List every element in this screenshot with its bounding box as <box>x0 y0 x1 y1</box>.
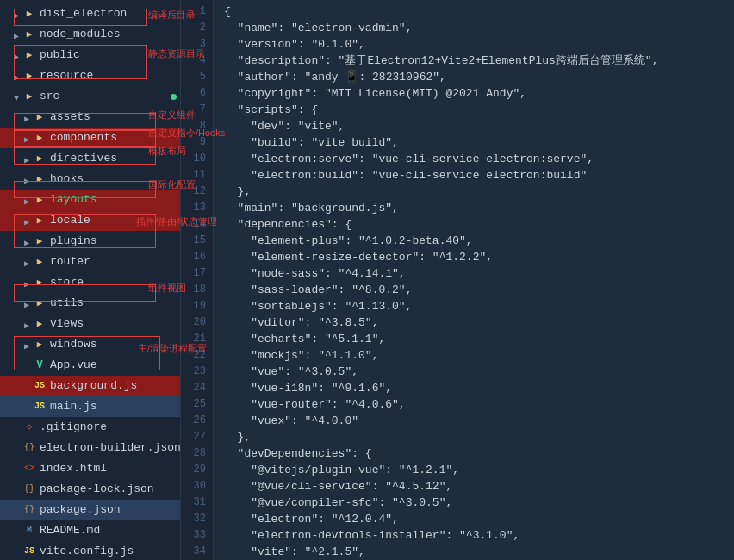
item-label: utils <box>50 295 177 312</box>
code-line-23: "vue": "^3.0.5", <box>224 364 734 380</box>
code-line-15: "element-plus": "^1.0.2-beta.40", <box>224 233 734 249</box>
sidebar-item-router[interactable]: ▶router <box>0 252 180 272</box>
sidebar-item-vite.config.js[interactable]: JSvite.config.js <box>0 541 180 560</box>
code-line-10: "electron:serve": "vue-cli-service elect… <box>224 151 734 167</box>
code-line-25: "vue-router": "^4.0.6", <box>224 396 734 413</box>
item-label: node_modules <box>40 26 177 43</box>
item-label: resource <box>40 67 177 84</box>
code-line-13: "main": "background.js", <box>224 200 734 216</box>
folder-icon: ▶ <box>22 48 36 62</box>
arrow-icon <box>21 277 33 289</box>
md-icon: M <box>22 524 36 538</box>
folder-icon: ▶ <box>33 255 47 269</box>
folder-icon: ▶ <box>33 131 47 145</box>
folder-icon: ▶ <box>22 7 36 21</box>
code-line-28: "devDependencies": { <box>224 445 734 462</box>
item-label: directives <box>50 150 177 167</box>
code-line-21: "echarts": "^5.1.1", <box>224 331 734 347</box>
js-icon: JS <box>33 400 47 414</box>
item-label: dist_electron <box>40 5 177 22</box>
item-label: views <box>50 315 177 333</box>
sidebar-item-windows[interactable]: ▶windows <box>0 334 180 355</box>
arrow-icon <box>10 70 22 82</box>
code-line-32: "electron": "^12.0.4", <box>224 511 734 527</box>
sidebar-item-components[interactable]: ▶components <box>0 128 180 148</box>
js-icon: JS <box>22 544 36 558</box>
item-label: hooks <box>50 171 177 188</box>
folder-icon: ▶ <box>33 296 47 310</box>
arrow-icon <box>10 504 22 516</box>
vue-icon: V <box>33 358 47 372</box>
editor[interactable]: 1234567891011121314151617181920212223242… <box>181 0 734 560</box>
sidebar-item-node_modules[interactable]: ▶node_modules <box>0 24 180 45</box>
sidebar-item-App.vue[interactable]: VApp.vue <box>0 355 180 376</box>
item-label: background.js <box>50 377 177 395</box>
code-line-12: }, <box>224 184 734 200</box>
sidebar-item-index.html[interactable]: <>index.html <box>0 458 180 479</box>
folder-icon: ▶ <box>33 172 47 186</box>
item-label: package-lock.json <box>40 481 177 498</box>
item-label: electron-builder.json <box>40 439 181 457</box>
sidebar-item-locale[interactable]: ▶locale <box>0 210 180 231</box>
code-line-22: "mockjs": "^1.1.0", <box>224 347 734 364</box>
js-icon: JS <box>33 379 47 393</box>
code-line-20: "vditor": "^3.8.5", <box>224 314 734 331</box>
folder-icon: ▶ <box>22 69 36 83</box>
sidebar-item-src[interactable]: ▶src <box>0 86 180 107</box>
code-line-30: "@vue/cli-service": "^4.5.12", <box>224 478 734 495</box>
sidebar-item-assets[interactable]: ▶assets <box>0 107 180 128</box>
sidebar-item-utils[interactable]: ▶utils <box>0 293 180 314</box>
item-label: components <box>50 129 177 146</box>
code-line-14: "dependencies": { <box>224 216 734 233</box>
code-line-29: "@vitejs/plugin-vue": "^1.2.1", <box>224 462 734 478</box>
arrow-icon <box>21 256 33 268</box>
sidebar-item-resource[interactable]: ▶resource <box>0 65 180 86</box>
item-label: App.vue <box>50 357 177 374</box>
arrow-icon <box>21 173 33 185</box>
folder-icon: ▶ <box>33 338 47 352</box>
code-line-26: "vuex": "^4.0.0" <box>224 413 734 429</box>
item-label: assets <box>50 109 177 126</box>
sidebar-item-package.json[interactable]: {}package.json <box>0 500 180 520</box>
sidebar-item-gitignore[interactable]: ◇.gitignore <box>0 417 180 438</box>
item-label: plugins <box>50 233 177 250</box>
sidebar-item-public[interactable]: ▶public <box>0 45 180 65</box>
item-label: locale <box>50 212 177 229</box>
sidebar-item-main.js[interactable]: JSmain.js <box>0 396 180 417</box>
arrow-icon <box>21 194 33 206</box>
sidebar-item-package-lock.json[interactable]: {}package-lock.json <box>0 479 180 500</box>
arrow-icon <box>21 380 33 392</box>
folder-icon: ▶ <box>33 276 47 289</box>
item-label: main.js <box>50 398 177 415</box>
code-line-11: "electron:build": "vue-cli-service elect… <box>224 167 734 184</box>
sidebar-item-plugins[interactable]: ▶plugins <box>0 231 180 252</box>
folder-icon: ▶ <box>22 90 36 103</box>
folder-icon: ▶ <box>33 317 47 331</box>
item-label: src <box>40 88 167 105</box>
folder-icon: ▶ <box>33 234 47 248</box>
code-line-3: "version": "0.1.0", <box>224 36 734 53</box>
sidebar-item-views[interactable]: ▶views <box>0 314 180 334</box>
arrow-icon <box>10 525 22 537</box>
sidebar: ▶dist_electron▶node_modules▶public▶resou… <box>0 0 181 560</box>
arrow-icon <box>21 339 33 351</box>
sidebar-item-layouts[interactable]: ▶layouts <box>0 190 180 210</box>
arrow-icon <box>21 235 33 247</box>
sidebar-item-dist_electron[interactable]: ▶dist_electron <box>0 3 180 24</box>
sidebar-item-hooks[interactable]: ▶hooks <box>0 169 180 190</box>
sidebar-item-directives[interactable]: ▶directives <box>0 148 180 169</box>
html-icon: <> <box>22 462 36 476</box>
code-line-1: { <box>224 3 734 20</box>
code-line-6: "copyright": "MIT License(MIT) @2021 And… <box>224 85 734 102</box>
code-line-4: "description": "基于Electron12+Vite2+Eleme… <box>224 53 734 69</box>
sidebar-item-README.md[interactable]: MREADME.md <box>0 520 180 541</box>
sidebar-item-background.js[interactable]: JSbackground.js <box>0 376 180 396</box>
sidebar-item-electron-builder.json[interactable]: {}electron-builder.json <box>0 438 180 458</box>
arrow-icon <box>10 28 22 40</box>
code-line-9: "build": "vite build", <box>224 134 734 151</box>
folder-icon: ▶ <box>33 214 47 227</box>
item-label: public <box>40 47 177 64</box>
arrow-icon <box>10 8 22 20</box>
item-label: router <box>50 253 177 271</box>
sidebar-item-store[interactable]: ▶store <box>0 272 180 293</box>
